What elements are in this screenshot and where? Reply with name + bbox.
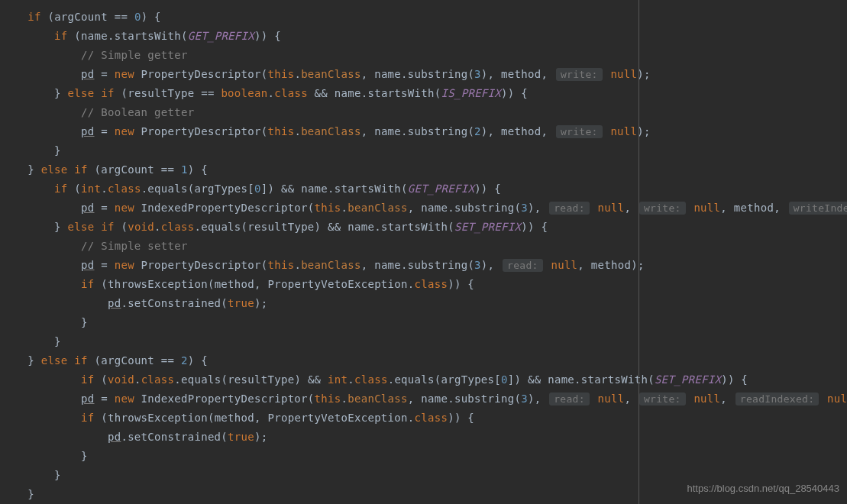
param-hint-write: write: (639, 202, 686, 215)
code-line: if (argCount == 0) { (8, 8, 847, 27)
code-line: } (8, 447, 847, 466)
code-line: } else if (argCount == 2) { (8, 351, 847, 370)
keyword-if: if (27, 11, 40, 23)
param-hint-write: write: (556, 68, 603, 81)
code-line: } else if (void.class.equals(resultType)… (8, 218, 847, 237)
param-hint-write: write: (556, 125, 603, 138)
code-line: // Boolean getter (8, 103, 847, 122)
vertical-divider (638, 0, 639, 504)
code-line: pd.setConstrained(true); (8, 294, 847, 313)
param-hint-read: read: (549, 202, 590, 215)
code-line: // Simple getter (8, 46, 847, 65)
param-hint-writeindexed: writeIndexed: (789, 202, 847, 215)
code-line: pd = new IndexedPropertyDescriptor(this.… (8, 389, 847, 409)
code-line: if (int.class.equals(argTypes[0]) && nam… (8, 179, 847, 199)
param-hint-write: write: (639, 393, 686, 405)
code-line: } else if (resultType == boolean.class &… (8, 84, 847, 103)
code-line: if (name.startsWith(GET_PREFIX)) { (8, 27, 847, 46)
code-line: if (throwsException(method, PropertyVeto… (8, 275, 847, 294)
code-line: pd = new IndexedPropertyDescriptor(this.… (8, 199, 847, 218)
code-line: pd = new PropertyDescriptor(this.beanCla… (8, 122, 847, 141)
param-hint-readindexed: readIndexed: (735, 393, 820, 405)
param-hint-read: read: (503, 259, 543, 272)
code-line: } (8, 141, 847, 160)
code-line: } (8, 313, 847, 332)
code-line: } (8, 332, 847, 351)
code-line: } else if (argCount == 1) { (8, 160, 847, 179)
code-line: pd = new PropertyDescriptor(this.beanCla… (8, 65, 847, 84)
code-line: if (throwsException(method, PropertyVeto… (8, 409, 847, 428)
code-line: pd.setConstrained(true); (8, 428, 847, 447)
watermark-text: https://blog.csdn.net/qq_28540443 (687, 479, 840, 498)
param-hint-read: read: (549, 393, 590, 405)
code-line: // Simple setter (8, 237, 847, 256)
code-line: if (void.class.equals(resultType) && int… (8, 370, 847, 389)
code-line: pd = new PropertyDescriptor(this.beanCla… (8, 256, 847, 275)
code-editor: if (argCount == 0) { if (name.startsWith… (0, 8, 847, 504)
